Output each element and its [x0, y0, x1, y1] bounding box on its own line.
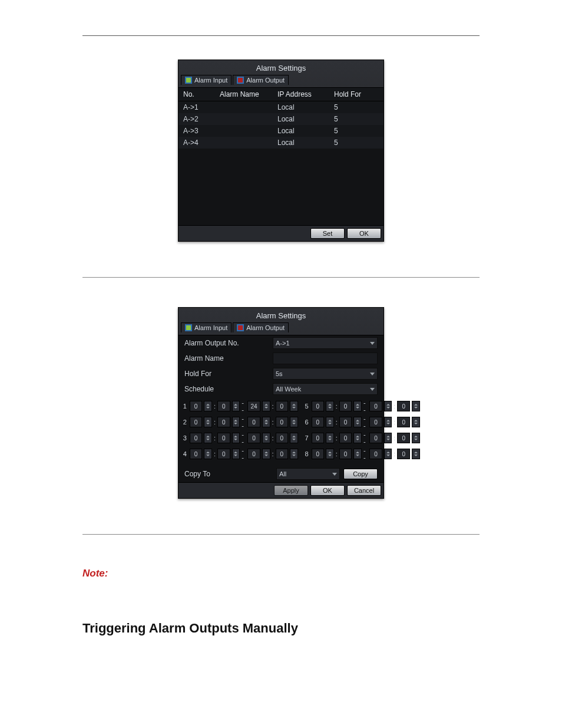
spin-buttons[interactable]	[326, 417, 334, 427]
spin-buttons[interactable]	[412, 449, 420, 459]
copy-to-row: Copy To All Copy	[178, 466, 384, 482]
spin-buttons[interactable]	[204, 417, 212, 427]
spin-buttons[interactable]	[326, 433, 334, 443]
table-row[interactable]: A->3Local5	[178, 125, 384, 137]
schedule-slot: 20:0--0:0	[182, 415, 298, 429]
spin-buttons[interactable]	[384, 449, 392, 459]
cell-ip: Local	[277, 103, 334, 111]
time-spin-value: 0	[312, 433, 325, 443]
select-value: All	[279, 470, 286, 477]
cell-no: A->2	[183, 115, 220, 123]
schedule-slot: 60:0--0:0	[304, 415, 420, 429]
ok-button[interactable]: OK	[310, 485, 345, 496]
time-spin-value: 0	[217, 417, 230, 427]
spin-buttons[interactable]	[290, 417, 298, 427]
spin-buttons[interactable]	[262, 449, 270, 459]
spin-buttons[interactable]	[262, 417, 270, 427]
time-spin-value: 0	[369, 401, 382, 411]
alarm-settings-dialog-list: Alarm Settings Alarm Input Alarm Output …	[178, 60, 384, 242]
copy-button[interactable]: Copy	[343, 469, 378, 479]
time-spin-value: 24	[247, 401, 260, 411]
table-row[interactable]: A->1Local5	[178, 101, 384, 113]
tab-label: Alarm Input	[194, 324, 227, 331]
spin-buttons[interactable]	[204, 449, 212, 459]
col-hold: Hold For	[334, 90, 369, 98]
slot-index: 3	[182, 434, 188, 442]
tab-strip: Alarm Input Alarm Output	[178, 322, 384, 335]
spin-buttons[interactable]	[412, 401, 420, 411]
spin-buttons[interactable]	[262, 401, 270, 411]
time-spin-value: 0	[247, 433, 260, 443]
spin-buttons[interactable]	[204, 401, 212, 411]
spin-buttons[interactable]	[412, 433, 420, 443]
spin-buttons[interactable]	[204, 433, 212, 443]
section-heading: Triggering Alarm Outputs Manually	[82, 621, 480, 636]
spin-buttons[interactable]	[384, 417, 392, 427]
select-output-no[interactable]: A->1	[273, 337, 378, 349]
spin-buttons[interactable]	[232, 401, 240, 411]
time-spin-value: 0	[339, 433, 352, 443]
select-schedule[interactable]: All Week	[273, 383, 378, 395]
spin-buttons[interactable]	[290, 433, 298, 443]
schedule-slot: 10:0--24:0	[182, 399, 298, 413]
spin-buttons[interactable]	[290, 401, 298, 411]
time-spin-value: 0	[190, 401, 203, 411]
time-spin-value: 0	[312, 401, 325, 411]
time-spin-value: 0	[276, 433, 289, 443]
tab-alarm-output[interactable]: Alarm Output	[233, 75, 289, 85]
spin-buttons[interactable]	[326, 401, 334, 411]
spin-buttons[interactable]	[353, 449, 362, 459]
time-spin-value: 0	[339, 449, 352, 459]
cell-name	[220, 115, 277, 123]
tab-label: Alarm Output	[246, 77, 285, 84]
time-spin-value: 0	[217, 433, 230, 443]
spin-buttons[interactable]	[353, 433, 362, 443]
spin-buttons[interactable]	[290, 449, 298, 459]
select-copy-to[interactable]: All	[276, 468, 340, 480]
time-spin-value: 0	[312, 449, 325, 459]
slot-index: 8	[304, 450, 310, 457]
slot-index: 6	[304, 419, 310, 426]
spin-buttons[interactable]	[232, 449, 240, 459]
ok-button[interactable]: OK	[347, 228, 381, 239]
tab-alarm-output[interactable]: Alarm Output	[233, 322, 289, 332]
spin-buttons[interactable]	[384, 433, 392, 443]
tab-alarm-input[interactable]: Alarm Input	[181, 322, 232, 332]
input-alarm-name[interactable]	[273, 353, 378, 364]
schedule-grid: 10:0--24:050:0--0:020:0--0:060:0--0:030:…	[178, 397, 384, 466]
cancel-button[interactable]: Cancel	[347, 485, 381, 496]
chevron-down-icon	[370, 388, 375, 391]
tab-alarm-input[interactable]: Alarm Input	[181, 75, 232, 85]
select-hold-for[interactable]: 5s	[273, 368, 378, 380]
apply-button[interactable]: Apply	[274, 485, 308, 496]
cell-no: A->1	[183, 103, 220, 111]
form-row-output-no: Alarm Output No. A->1	[178, 335, 384, 351]
chevron-down-icon	[370, 342, 375, 345]
time-spin-value: 0	[276, 449, 289, 459]
select-value: A->1	[276, 340, 290, 347]
table-row[interactable]: A->4Local5	[178, 137, 384, 149]
schedule-slot: 80:0--0:0	[304, 447, 420, 461]
spin-buttons[interactable]	[353, 417, 362, 427]
cell-no: A->4	[183, 139, 220, 147]
spin-buttons[interactable]	[326, 449, 334, 459]
time-spin-value: 0	[397, 401, 410, 411]
alarm-settings-dialog-form: Alarm Settings Alarm Input Alarm Output …	[178, 307, 384, 499]
table-row[interactable]: A->2Local5	[178, 113, 384, 125]
svg-rect-5	[186, 325, 191, 330]
schedule-slot: 30:0--0:0	[182, 431, 298, 445]
cell-name	[220, 139, 277, 147]
spin-buttons[interactable]	[353, 401, 362, 411]
spin-buttons[interactable]	[262, 433, 270, 443]
schedule-slot: 50:0--0:0	[304, 399, 420, 413]
time-spin-value: 0	[217, 449, 230, 459]
dialog-title: Alarm Settings	[178, 308, 384, 322]
spin-buttons[interactable]	[232, 417, 240, 427]
spin-buttons[interactable]	[412, 417, 420, 427]
top-rule	[82, 35, 480, 36]
slot-index: 4	[182, 450, 188, 457]
set-button[interactable]: Set	[310, 228, 345, 239]
spin-buttons[interactable]	[384, 401, 392, 411]
spin-buttons[interactable]	[232, 433, 240, 443]
time-spin-value: 0	[397, 449, 410, 459]
